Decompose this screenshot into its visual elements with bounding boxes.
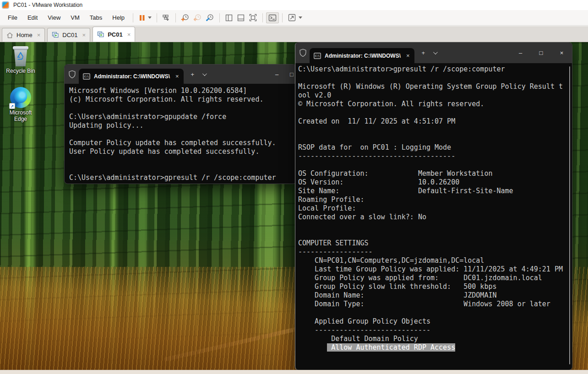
console-view-button[interactable] (266, 12, 279, 23)
terminal-line (298, 161, 572, 169)
terminal-line: C:\Users\administrator>gpupdate /force (69, 113, 296, 121)
desktop-icon-microsoft-edge[interactable]: ↗ Microsoft Edge (3, 87, 38, 122)
show-thumbnail-bar-icon (237, 14, 245, 22)
revert-snapshot-icon (193, 13, 202, 22)
terminal-output[interactable]: C:\Users\administrator>gpresult /r /scop… (295, 63, 572, 352)
terminal-tab[interactable]: C:\ Administrator: C:\WINDOWS\ × (310, 48, 414, 63)
chevron-down-icon (148, 16, 152, 19)
terminal-line: -------------------------------------- (298, 152, 572, 161)
manage-snapshots-button[interactable] (204, 12, 216, 23)
show-thumbnail-bar-button[interactable] (235, 12, 247, 23)
tab-close-icon[interactable]: × (175, 73, 179, 80)
menu-file[interactable]: File (3, 12, 22, 23)
terminal-line: Applied Group Policy Objects (298, 317, 572, 326)
tab-close-icon[interactable]: × (82, 32, 86, 38)
terminal-output[interactable]: Microsoft Windows [Version 10.0.26200.65… (65, 84, 296, 182)
terminal-line (298, 222, 572, 230)
desktop-icon-label: Microsoft Edge (3, 109, 38, 122)
svg-text:C:\: C:\ (84, 75, 89, 77)
toolbar-separator (133, 13, 133, 22)
terminal-line: RSOP data for on PC01 : Logging Mode (298, 143, 572, 152)
minimize-button[interactable]: – (267, 71, 287, 77)
desktop-icon-recycle-bin[interactable]: Recycle Bin (3, 46, 38, 74)
terminal-line: Roaming Profile: (298, 195, 572, 204)
terminal-window-right: C:\ Administrator: C:\WINDOWS\ × + – □ ×… (295, 42, 572, 370)
menu-tabs[interactable]: Tabs (85, 12, 107, 23)
toolbar-separator (262, 13, 263, 22)
terminal-line: User Policy update has completed success… (69, 147, 296, 156)
fit-guest-icon (288, 13, 296, 22)
menu-view[interactable]: View (43, 12, 65, 23)
terminal-line: Allow Authenticated RDP Access (298, 343, 572, 352)
close-button[interactable]: × (551, 50, 572, 56)
take-snapshot-button[interactable] (179, 12, 191, 23)
cmd-icon: C:\ (314, 53, 321, 59)
pause-icon (138, 14, 146, 22)
show-library-button[interactable] (223, 12, 235, 23)
menu-edit[interactable]: Edit (22, 12, 43, 23)
new-tab-button[interactable]: + (422, 49, 425, 56)
chevron-down-icon[interactable] (202, 71, 207, 76)
fullscreen-button[interactable] (247, 12, 259, 23)
terminal-line (298, 108, 572, 117)
terminal-tab[interactable]: C:\ Administrator: C:\WINDOWS\ × (79, 69, 184, 84)
vm-screen-icon (52, 32, 59, 38)
maximize-button[interactable]: □ (531, 50, 551, 56)
vm-screen: Recycle Bin ↗ Microsoft Edge C:\ Adminis… (0, 42, 588, 370)
send-ctrl-alt-del-button[interactable] (160, 12, 172, 23)
manage-snapshots-icon (206, 13, 214, 22)
window-title: PC01 - VMware Workstation (13, 2, 82, 8)
terminal-line (298, 74, 572, 82)
terminal-line (298, 126, 572, 135)
terminal-line (69, 130, 296, 139)
window-titlebar: PC01 - VMware Workstation (0, 0, 588, 10)
tab-label: PC01 (108, 31, 123, 38)
terminal-line (69, 165, 296, 173)
menubar: File Edit View VM Tabs Help (0, 10, 588, 26)
svg-text:C:\: C:\ (315, 54, 320, 57)
tab-home[interactable]: Home × (2, 28, 45, 42)
terminal-line: Created on 11/ 11/ 2025 at 4:51:07 PM (298, 117, 572, 126)
tab-pc01[interactable]: PC01 × (93, 27, 135, 42)
vmware-statusbar (0, 370, 588, 374)
tab-close-icon[interactable]: × (127, 31, 131, 38)
vm-tabbar: Home × DC01 × PC01 × (0, 26, 588, 42)
menu-vm[interactable]: VM (65, 12, 85, 23)
tab-label: DC01 (62, 32, 77, 38)
vmware-workstation-window: PC01 - VMware Workstation File Edit View… (0, 0, 588, 374)
terminal-line: Local Profile: (298, 204, 572, 213)
terminal-line: ---------------------------- (298, 326, 572, 335)
vmware-logo-icon (2, 2, 9, 8)
menu-help[interactable]: Help (107, 12, 130, 23)
terminal-line: © Microsoft Corporation. All rights rese… (298, 100, 572, 108)
tab-dc01[interactable]: DC01 × (47, 28, 90, 42)
minimize-button[interactable]: – (510, 50, 531, 56)
selected-text: Allow Authenticated RDP Access (327, 343, 455, 352)
revert-snapshot-button[interactable] (191, 12, 204, 23)
admin-shield-icon (68, 70, 76, 79)
terminal-titlebar[interactable]: C:\ Administrator: C:\WINDOWS\ × + – □ × (295, 43, 572, 63)
tab-close-icon[interactable]: × (37, 32, 41, 38)
terminal-line: Site Name: Default-First-Site-Name (298, 187, 572, 195)
shortcut-arrow-icon: ↗ (9, 103, 15, 109)
admin-shield-icon (299, 49, 307, 57)
vm-screen-icon (97, 31, 104, 38)
send-ctrl-alt-del-icon (162, 14, 170, 22)
scrollbar[interactable] (569, 66, 570, 364)
terminal-line: (c) Microsoft Corporation. All rights re… (69, 95, 296, 104)
show-library-icon (225, 14, 233, 22)
terminal-line: ------------------ (298, 248, 572, 256)
terminal-line: Domain Name: JZDOMAIN (298, 291, 572, 300)
terminal-titlebar[interactable]: C:\ Administrator: C:\WINDOWS\ × + – □ (65, 65, 296, 84)
chevron-down-icon[interactable] (433, 50, 438, 54)
toolbar-separator (282, 13, 283, 22)
fit-guest-button[interactable] (286, 12, 304, 23)
chevron-down-icon (299, 16, 302, 19)
toolbar-separator (157, 13, 157, 22)
terminal-line: Last time Group Policy was applied: 11/1… (298, 265, 572, 274)
tab-close-icon[interactable]: × (406, 52, 410, 59)
terminal-line: Connected over a slow link?: No (298, 213, 572, 222)
terminal-line: COMPUTER SETTINGS (298, 239, 572, 248)
new-tab-button[interactable]: + (191, 71, 195, 78)
pause-button[interactable] (136, 13, 153, 23)
